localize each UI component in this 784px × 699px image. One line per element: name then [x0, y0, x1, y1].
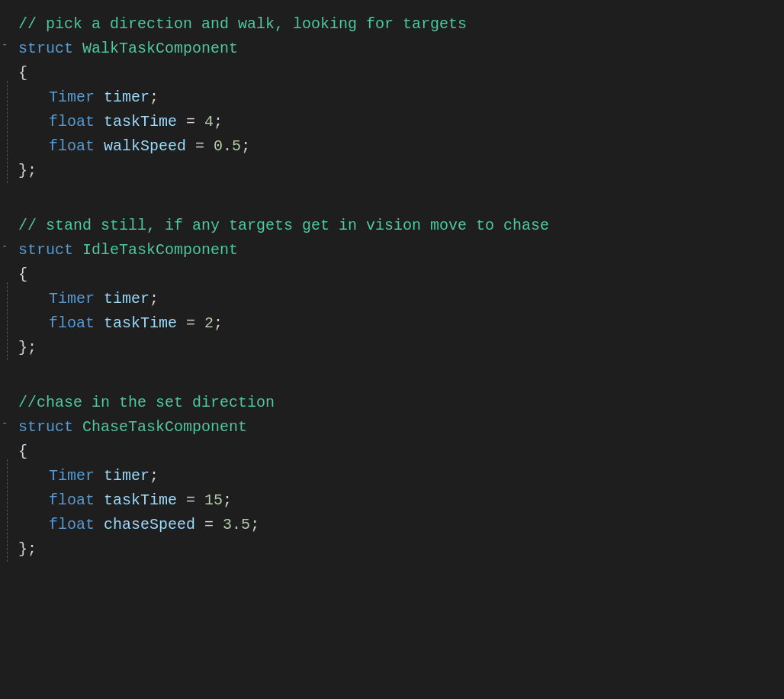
spacer-2: [0, 366, 784, 391]
comment-line-chase: //chase in the set direction: [0, 391, 784, 415]
chase-task-block: //chase in the set direction - struct Ch…: [0, 391, 784, 562]
comment-line-walk: // pick a direction and walk, looking fo…: [0, 12, 784, 37]
fold-icon-chase[interactable]: -: [2, 415, 8, 432]
field-timer-chase: Timer timer ;: [0, 464, 784, 488]
open-brace-chase: {: [0, 440, 784, 464]
fold-icon-idle[interactable]: -: [2, 238, 8, 255]
field-tasktime-walk: float taskTime = 4 ;: [0, 110, 784, 134]
code-editor: // pick a direction and walk, looking fo…: [0, 0, 784, 580]
idle-task-body: { Timer timer ; float taskTime = 2 ;: [0, 263, 784, 360]
field-timer-walk: Timer timer ;: [0, 85, 784, 110]
field-walkspeed-walk: float walkSpeed = 0.5 ;: [0, 134, 784, 159]
idle-task-block: // stand still, if any targets get in vi…: [0, 214, 784, 360]
chase-task-body: { Timer timer ; float taskTime = 15 ;: [0, 440, 784, 562]
open-brace-idle: {: [0, 263, 784, 287]
struct-declaration-chase: - struct ChaseTaskComponent: [0, 415, 784, 440]
fold-icon-walk[interactable]: -: [2, 37, 8, 53]
struct-declaration-idle: - struct IdleTaskComponent: [0, 238, 784, 263]
field-timer-idle: Timer timer ;: [0, 287, 784, 311]
field-tasktime-chase: float taskTime = 15 ;: [0, 488, 784, 513]
close-brace-idle: } ;: [0, 336, 784, 360]
walk-task-block: // pick a direction and walk, looking fo…: [0, 12, 784, 183]
field-tasktime-idle: float taskTime = 2 ;: [0, 311, 784, 336]
walk-task-body: { Timer timer ; float taskTime = 4 ;: [0, 61, 784, 183]
close-brace-walk: } ;: [0, 159, 784, 183]
open-brace-walk: {: [0, 61, 784, 85]
comment-line-idle: // stand still, if any targets get in vi…: [0, 214, 784, 238]
field-chasespeed-chase: float chaseSpeed = 3.5 ;: [0, 513, 784, 537]
struct-declaration-walk: - struct WalkTaskComponent: [0, 37, 784, 61]
close-brace-chase: } ;: [0, 537, 784, 562]
spacer-1: [0, 189, 784, 214]
